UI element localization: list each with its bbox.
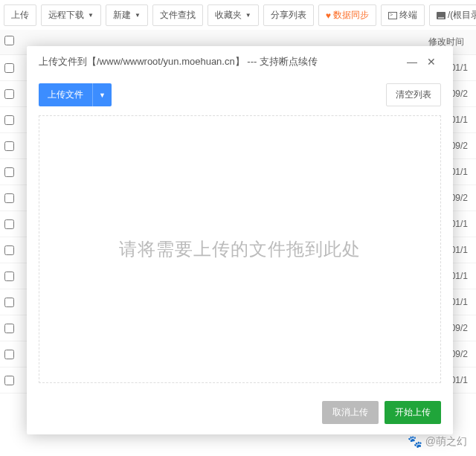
- paw-icon: 🐾: [408, 434, 422, 449]
- upload-modal: 上传文件到【/www/wwwroot/yun.moehuan.cn】 --- 支…: [27, 46, 453, 434]
- upload-file-button[interactable]: 上传文件: [39, 83, 92, 106]
- modal-body: 上传文件 ▼ 清空列表 请将需要上传的文件拖到此处: [27, 77, 453, 394]
- watermark: 🐾 @萌之幻: [408, 434, 467, 449]
- modal-title: 上传文件到【/www/wwwroot/yun.moehuan.cn】 --- 支…: [39, 55, 402, 68]
- start-upload-button[interactable]: 开始上传: [385, 401, 441, 424]
- dropzone-hint: 请将需要上传的文件拖到此处: [119, 237, 361, 261]
- minimize-icon[interactable]: —: [402, 56, 422, 68]
- upload-file-split-button: 上传文件 ▼: [39, 83, 112, 106]
- clear-list-button[interactable]: 清空列表: [386, 83, 441, 106]
- upload-file-dropdown[interactable]: ▼: [92, 83, 112, 106]
- watermark-text: @萌之幻: [425, 435, 467, 449]
- modal-header: 上传文件到【/www/wwwroot/yun.moehuan.cn】 --- 支…: [27, 46, 453, 77]
- close-icon[interactable]: ✕: [422, 56, 441, 68]
- dropzone[interactable]: 请将需要上传的文件拖到此处: [39, 115, 441, 383]
- cancel-upload-button[interactable]: 取消上传: [322, 401, 379, 424]
- modal-footer: 取消上传 开始上传: [27, 394, 453, 434]
